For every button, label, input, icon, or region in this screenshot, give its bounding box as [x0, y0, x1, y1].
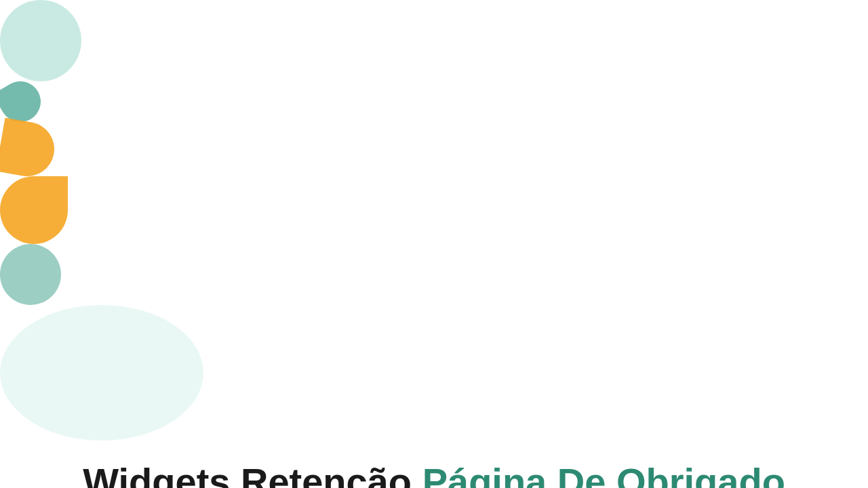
bg-decoration-yellow-left: [0, 118, 58, 181]
page-title: Widgets Retenção Página De Obrigado: [14, 461, 854, 488]
title-part1: Widgets Retenção: [83, 460, 422, 488]
bg-decoration-light-teal: [0, 305, 203, 441]
title-part2: Página De Obrigado: [422, 460, 785, 488]
bg-decoration-yellow-right: [0, 176, 68, 244]
bg-decoration-teal-circle: [0, 0, 81, 81]
bg-decoration-teal-bottom: [0, 244, 61, 305]
header: Widgets Retenção Página De Obrigado Melh…: [0, 441, 868, 488]
